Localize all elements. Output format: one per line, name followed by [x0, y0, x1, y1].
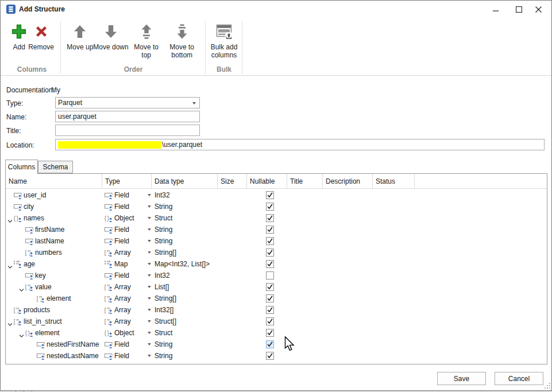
type-cell[interactable]: Array: [114, 304, 131, 316]
move-up-button[interactable]: Move up: [67, 20, 93, 59]
tree-row-element[interactable]: {}element{}ObjectStruct: [6, 327, 547, 339]
tree-row-key[interactable]: keyFieldInt32: [6, 270, 547, 281]
column-header-title[interactable]: Title: [287, 174, 323, 189]
tab-columns-label: Columns: [8, 163, 35, 171]
location-input[interactable]: \user.parquet: [55, 139, 545, 150]
close-button[interactable]: [528, 1, 548, 18]
type-cell[interactable]: Field: [114, 224, 129, 235]
type-cell[interactable]: Object: [114, 327, 134, 339]
type-dropdown-icon[interactable]: [148, 228, 151, 231]
type-cell[interactable]: Field: [114, 350, 129, 362]
type-cell[interactable]: Array: [114, 316, 131, 327]
add-button[interactable]: Add: [10, 20, 28, 51]
expander-collapse-icon[interactable]: [7, 216, 13, 221]
column-header-description[interactable]: Description: [323, 174, 373, 189]
nullable-checkbox[interactable]: [266, 340, 274, 348]
save-button[interactable]: Save: [437, 372, 486, 385]
nullable-checkbox[interactable]: [266, 214, 274, 222]
nullable-checkbox[interactable]: [266, 317, 274, 325]
column-header-nullable[interactable]: Nullable: [247, 174, 287, 189]
type-cell[interactable]: Array: [114, 281, 131, 293]
nullable-checkbox[interactable]: [266, 271, 274, 280]
expander-collapse-icon[interactable]: [7, 262, 13, 267]
tab-columns[interactable]: Columns: [5, 160, 38, 174]
nullable-checkbox[interactable]: [266, 191, 274, 199]
type-combobox[interactable]: Parquet: [55, 97, 200, 108]
minimize-button[interactable]: [486, 1, 505, 18]
type-dropdown-icon[interactable]: [148, 240, 151, 242]
type-dropdown-icon[interactable]: [148, 343, 151, 346]
tree-row-nestedLastName[interactable]: nestedLastNameFieldString: [6, 350, 547, 362]
expander-collapse-icon[interactable]: [7, 319, 13, 324]
type-combobox-value: Parquet: [58, 99, 82, 107]
tree-row-list_in_struct[interactable]: []list_in_struct[]ArrayStruct[]: [6, 316, 547, 327]
column-header-size[interactable]: Size: [218, 174, 247, 189]
maximize-button[interactable]: [509, 1, 528, 18]
resize-grip[interactable]: [544, 382, 551, 389]
type-dropdown-icon[interactable]: [148, 320, 151, 323]
type-dropdown-icon[interactable]: [148, 205, 151, 208]
type-dropdown-icon[interactable]: [148, 309, 151, 311]
column-name-cell: key: [35, 270, 46, 281]
type-dropdown-icon[interactable]: [148, 263, 151, 265]
remove-button[interactable]: Remove: [28, 20, 54, 51]
column-header-name[interactable]: Name: [6, 174, 102, 189]
type-cell[interactable]: Array: [114, 247, 131, 258]
expander-collapse-icon[interactable]: [19, 285, 24, 290]
array-icon: []: [105, 306, 113, 314]
type-dropdown-icon[interactable]: [148, 194, 151, 196]
type-cell[interactable]: Map: [114, 258, 128, 270]
tree-row-user_id[interactable]: user_idFieldInt32: [6, 189, 547, 201]
tree-row-numbers[interactable]: []numbers[]ArrayString[]: [6, 247, 547, 258]
type-dropdown-icon[interactable]: [148, 217, 151, 219]
column-header-status[interactable]: Status: [373, 174, 415, 189]
tab-schema[interactable]: Schema: [38, 161, 73, 173]
type-dropdown-icon[interactable]: [148, 286, 151, 288]
type-cell[interactable]: Field: [114, 201, 129, 212]
column-header-data-type[interactable]: Data type: [152, 174, 218, 189]
nullable-checkbox[interactable]: [266, 260, 274, 268]
cancel-button[interactable]: Cancel: [495, 372, 543, 385]
type-cell[interactable]: Field: [114, 235, 129, 247]
type-dropdown-icon[interactable]: [148, 355, 151, 357]
move-to-bottom-button[interactable]: Move to bottom: [164, 20, 200, 59]
expander-collapse-icon[interactable]: [19, 331, 24, 336]
type-cell[interactable]: Field: [114, 339, 129, 350]
svg-text:[: [: [37, 295, 38, 302]
nullable-checkbox[interactable]: [266, 329, 274, 337]
tree-row-products[interactable]: []products[]ArrayInt32[]: [6, 304, 547, 316]
move-down-button[interactable]: Move down: [93, 20, 128, 59]
name-input[interactable]: user.parquet: [55, 111, 200, 122]
bulk-add-columns-button[interactable]: Bulk add columns: [206, 20, 242, 59]
nullable-checkbox[interactable]: [266, 283, 274, 291]
tree-row-lastName[interactable]: lastNameFieldString: [6, 235, 547, 247]
tree-row-value[interactable]: []value[]ArrayList[]: [6, 281, 547, 293]
move-to-top-button[interactable]: Move to top: [129, 20, 164, 59]
type-dropdown-icon[interactable]: [148, 274, 151, 277]
tree-row-element[interactable]: []element[]ArrayString[]: [6, 293, 547, 304]
type-dropdown-icon[interactable]: [148, 251, 151, 254]
nullable-checkbox[interactable]: [266, 226, 274, 234]
nullable-checkbox[interactable]: [266, 237, 274, 245]
nullable-checkbox[interactable]: [266, 294, 274, 302]
nullable-checkbox[interactable]: [266, 306, 274, 314]
tree-row-city[interactable]: cityFieldString: [6, 201, 547, 212]
type-dropdown-icon[interactable]: [148, 332, 151, 334]
move-to-bottom-icon: [173, 22, 191, 41]
type-cell[interactable]: Field: [114, 270, 129, 281]
column-name-cell: numbers: [35, 247, 62, 258]
type-cell[interactable]: Field: [114, 189, 129, 201]
nullable-checkbox[interactable]: [266, 249, 274, 257]
tree-row-names[interactable]: {}names{}ObjectStruct: [6, 212, 547, 224]
nullable-checkbox[interactable]: [266, 203, 274, 211]
column-name-cell: age: [24, 258, 35, 270]
type-cell[interactable]: Object: [114, 212, 134, 224]
column-header-type[interactable]: Type: [102, 174, 152, 189]
tree-row-firstName[interactable]: firstNameFieldString: [6, 224, 547, 235]
nullable-checkbox[interactable]: [266, 352, 274, 360]
tree-row-nestedFirstName[interactable]: nestedFirstNameFieldString: [6, 339, 547, 350]
type-cell[interactable]: Array: [114, 293, 131, 304]
type-dropdown-icon[interactable]: [148, 297, 151, 300]
title-input[interactable]: [55, 125, 200, 136]
tree-row-age[interactable]: ageMapMap<Int32, List[]>: [6, 258, 547, 270]
